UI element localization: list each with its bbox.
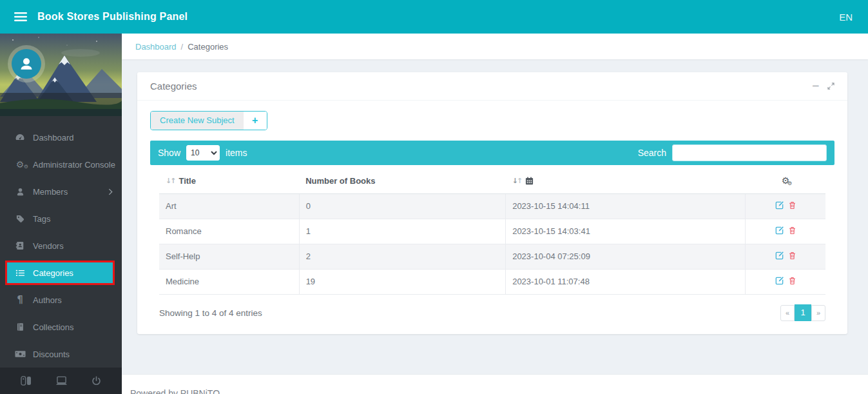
sidebar: Dashboard ⚙⚙ Administrator Console Membe… — [0, 34, 122, 394]
pagination-page-1-button[interactable]: 1 — [795, 304, 811, 321]
address-book-icon — [14, 241, 26, 250]
search-input[interactable] — [672, 144, 827, 161]
sidebar-item-categories[interactable]: Categories — [5, 261, 115, 285]
sidebar-item-label: Dashboard — [33, 133, 113, 143]
collapse-icon[interactable]: − — [811, 81, 820, 91]
pagination-prev-button[interactable]: « — [780, 305, 795, 321]
pagination-next-button[interactable]: » — [811, 305, 825, 321]
trash-icon[interactable] — [788, 251, 796, 261]
column-label: Title — [178, 176, 196, 186]
tachometer-icon — [14, 132, 26, 143]
pilcrow-icon: ¶ — [14, 295, 26, 305]
tag-icon — [14, 214, 26, 224]
table-row: Art 0 2023-10-15 14:04:11 — [159, 193, 825, 219]
desktop-icon[interactable] — [55, 376, 68, 386]
pagination: « 1 » — [780, 305, 825, 321]
user-avatar-icon — [12, 49, 41, 79]
breadcrumb-current: Categories — [188, 42, 228, 52]
avatar-ring — [8, 45, 45, 83]
card-header: Categories − — [137, 72, 847, 101]
breadcrumb-separator: / — [181, 42, 184, 52]
gears-icon: ⚙⚙ — [782, 176, 790, 186]
column-label: Number of Books — [305, 176, 375, 186]
sidebar-item-label: Categories — [33, 268, 106, 278]
categories-table: ↓↑ Title Number of Books ↓↑ — [159, 169, 825, 295]
categories-card: Categories − Create New Subject + Show 1… — [137, 72, 847, 334]
table-header-row: ↓↑ Title Number of Books ↓↑ — [159, 169, 825, 193]
edit-icon[interactable] — [775, 276, 784, 286]
language-switcher[interactable]: EN — [839, 12, 853, 23]
sidebar-item-discounts[interactable]: Discounts — [0, 340, 122, 368]
sidebar-item-dashboard[interactable]: Dashboard — [0, 124, 122, 151]
powered-by-text: Powered by PUBNiTO — [130, 388, 868, 394]
sidebar-item-label: Authors — [33, 295, 113, 305]
cell-title: Self-Help — [159, 244, 299, 269]
sidebar-item-administrator-console[interactable]: ⚙⚙ Administrator Console — [0, 151, 122, 178]
cell-title: Medicine — [159, 269, 299, 294]
cell-books: 1 — [299, 219, 506, 244]
chevron-right-icon — [108, 188, 113, 195]
cell-books: 2 — [299, 244, 506, 269]
column-header-actions: ⚙⚙ — [746, 169, 825, 193]
book-icon — [14, 322, 26, 331]
create-new-subject-button[interactable]: Create New Subject + — [150, 111, 267, 130]
cogs-icon: ⚙⚙ — [14, 160, 26, 169]
items-label: items — [226, 148, 247, 158]
column-header-date[interactable]: ↓↑ — [506, 169, 746, 193]
sidebar-item-label: Vendors — [33, 241, 113, 251]
trash-icon[interactable] — [788, 201, 796, 210]
sidebar-footer — [0, 368, 122, 394]
calendar-icon — [525, 177, 534, 185]
trash-icon[interactable] — [788, 226, 796, 235]
cell-title: Art — [159, 193, 299, 219]
sort-icon: ↓↑ — [166, 177, 175, 185]
breadcrumb-dashboard-link[interactable]: Dashboard — [135, 42, 177, 52]
sidebar-item-label: Discounts — [33, 350, 113, 359]
column-header-title[interactable]: ↓↑ Title — [159, 169, 299, 193]
sidebar-item-vendors[interactable]: Vendors — [0, 232, 122, 259]
table-row: Medicine 19 2023-10-01 11:07:48 — [159, 269, 825, 294]
sidebar-menu: Dashboard ⚙⚙ Administrator Console Membe… — [0, 116, 122, 368]
sidebar-item-collections[interactable]: Collections — [0, 313, 122, 340]
user-icon — [14, 187, 26, 197]
create-button-label: Create New Subject — [151, 112, 244, 130]
cell-date: 2023-10-01 11:07:48 — [506, 269, 746, 294]
sidebar-item-members[interactable]: Members — [0, 178, 122, 205]
table-footer: Showing 1 to 4 of 4 entries « 1 » — [159, 305, 825, 322]
sidebar-item-label: Collections — [33, 322, 113, 332]
hamburger-icon[interactable] — [14, 12, 27, 22]
table-toolbar: Show 10 items Search — [150, 141, 834, 165]
list-icon — [14, 268, 26, 278]
cell-date: 2023-10-04 07:25:09 — [506, 244, 746, 269]
page-size-select[interactable]: 10 — [186, 145, 220, 161]
trash-icon[interactable] — [788, 276, 796, 286]
sidebar-item-authors[interactable]: ¶ Authors — [0, 286, 122, 313]
edit-icon[interactable] — [775, 251, 784, 261]
sort-icon: ↓↑ — [512, 177, 521, 185]
app-title: Book Stores Publishing Panel — [37, 11, 188, 23]
show-label: Show — [158, 148, 180, 158]
cell-date: 2023-10-15 14:03:41 — [506, 219, 746, 244]
edit-icon[interactable] — [775, 201, 784, 210]
column-header-number-of-books[interactable]: Number of Books — [299, 169, 506, 193]
money-bill-icon — [14, 350, 26, 358]
breadcrumb: Dashboard / Categories — [122, 34, 868, 59]
card-title: Categories — [150, 81, 197, 92]
edit-icon[interactable] — [775, 226, 784, 235]
sidebar-profile-image — [0, 34, 122, 116]
plus-icon: + — [244, 112, 267, 130]
columns-icon[interactable] — [21, 376, 32, 386]
search-label: Search — [638, 148, 666, 158]
entries-summary: Showing 1 to 4 of 4 entries — [159, 308, 262, 318]
sidebar-item-label: Administrator Console — [33, 160, 115, 170]
sidebar-item-label: Members — [33, 187, 108, 197]
cell-title: Romance — [159, 219, 299, 244]
table-row: Romance 1 2023-10-15 14:03:41 — [159, 219, 825, 244]
top-navbar: Book Stores Publishing Panel EN — [0, 0, 868, 34]
sidebar-item-tags[interactable]: Tags — [0, 205, 122, 232]
power-icon[interactable] — [92, 376, 101, 386]
cell-books: 0 — [299, 193, 506, 219]
page-footer: Powered by PUBNiTO — [122, 374, 868, 394]
expand-icon[interactable] — [827, 83, 834, 90]
sidebar-item-label: Tags — [33, 214, 113, 224]
